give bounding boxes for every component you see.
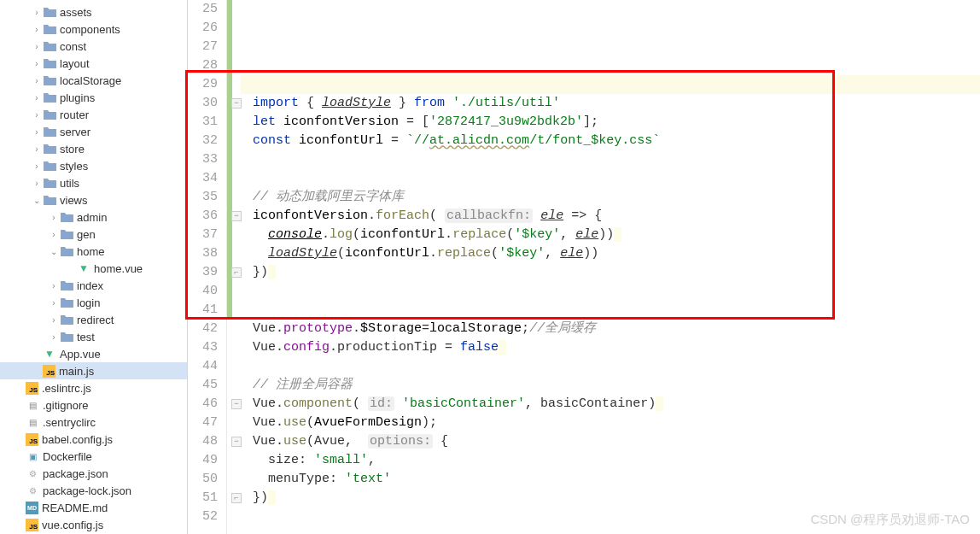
tree-item-utils[interactable]: ›utils bbox=[0, 174, 187, 191]
tree-label: .gitignore bbox=[43, 399, 88, 412]
code-line[interactable] bbox=[241, 38, 980, 56]
code-editor[interactable]: 2526272829303132333435363738394041424344… bbox=[188, 0, 980, 534]
code-line[interactable]: console.log(iconfontUrl.replace('$key', … bbox=[241, 226, 980, 244]
tree-item-home-vue[interactable]: ▼home.vue bbox=[0, 260, 187, 277]
tree-item-readme-md[interactable]: MDREADME.md bbox=[0, 499, 187, 516]
tree-item--gitignore[interactable]: ▤.gitignore bbox=[0, 396, 187, 414]
expand-arrow-icon[interactable]: › bbox=[48, 298, 60, 308]
code-line[interactable] bbox=[241, 56, 980, 75]
line-number: 51 bbox=[188, 489, 218, 508]
tree-item-babel-config-js[interactable]: JSbabel.config.js bbox=[0, 431, 187, 448]
tree-item-vue-config-js[interactable]: JSvue.config.js bbox=[0, 516, 187, 533]
line-number: 34 bbox=[188, 169, 218, 188]
expand-arrow-icon[interactable]: › bbox=[31, 8, 43, 17]
line-number: 35 bbox=[188, 188, 218, 207]
tree-item-app-vue[interactable]: ▼App.vue bbox=[0, 345, 187, 362]
line-number: 40 bbox=[188, 282, 218, 301]
expand-arrow-icon[interactable]: › bbox=[48, 332, 60, 342]
expand-arrow-icon[interactable]: › bbox=[31, 25, 43, 34]
code-line[interactable]: const iconfontUrl = `//at.alicdn.com/t/f… bbox=[241, 132, 980, 150]
tree-item-index[interactable]: ›index bbox=[0, 277, 187, 294]
line-number: 44 bbox=[188, 357, 218, 376]
tree-label: README.md bbox=[42, 502, 108, 514]
code-line[interactable] bbox=[241, 19, 980, 38]
line-number: 33 bbox=[188, 150, 218, 169]
code-line[interactable]: ⌐}) bbox=[241, 263, 980, 282]
code-line[interactable]: ⌐}) bbox=[241, 489, 980, 508]
tree-item-components[interactable]: ›components bbox=[0, 21, 187, 38]
tree-item-login[interactable]: ›login bbox=[0, 294, 187, 311]
code-line[interactable] bbox=[241, 0, 980, 19]
expand-arrow-icon[interactable]: › bbox=[48, 213, 60, 222]
expand-arrow-icon[interactable]: › bbox=[31, 110, 43, 120]
tree-item-server[interactable]: ›server bbox=[0, 123, 187, 140]
code-line[interactable]: // 动态加载阿里云字体库 bbox=[241, 188, 980, 207]
tree-item-plugins[interactable]: ›plugins bbox=[0, 89, 187, 106]
tree-item-package-lock-json[interactable]: ⚙package-lock.json bbox=[0, 482, 187, 499]
tree-item-home[interactable]: ⌄home bbox=[0, 243, 187, 260]
expand-arrow-icon[interactable]: › bbox=[31, 76, 43, 85]
code-line[interactable]: Vue.prototype.$Storage=localStorage;//全局… bbox=[241, 320, 980, 338]
fold-marker-icon[interactable]: − bbox=[231, 98, 242, 109]
code-line[interactable]: −iconfontVersion.forEach( callbackfn: el… bbox=[241, 207, 980, 226]
code-line[interactable] bbox=[241, 150, 980, 169]
code-line[interactable] bbox=[241, 357, 980, 376]
tree-item-admin[interactable]: ›admin bbox=[0, 208, 187, 226]
tree-item-main-js[interactable]: JSmain.js bbox=[0, 362, 187, 379]
tree-item-styles[interactable]: ›styles bbox=[0, 157, 187, 174]
tree-label: components bbox=[60, 23, 120, 36]
tree-item-redirect[interactable]: ›redirect bbox=[0, 311, 187, 328]
tree-item-router[interactable]: ›router bbox=[0, 106, 187, 123]
code-line[interactable] bbox=[241, 169, 980, 188]
expand-arrow-icon[interactable]: › bbox=[31, 93, 43, 103]
code-line[interactable]: // 注册全局容器 bbox=[241, 376, 980, 395]
code-line[interactable]: −Vue.use(Avue, options: { bbox=[241, 432, 980, 451]
tree-item-views[interactable]: ⌄views bbox=[0, 191, 187, 208]
tree-label: server bbox=[60, 126, 90, 138]
project-tree[interactable]: ›assets›components›const›layout›localSto… bbox=[0, 0, 188, 534]
tree-item-layout[interactable]: ›layout bbox=[0, 55, 187, 72]
code-line[interactable]: let iconfontVersion = ['2872417_3u9w2bdk… bbox=[241, 113, 980, 132]
tree-item-localstorage[interactable]: ›localStorage bbox=[0, 72, 187, 89]
tree-item-test[interactable]: ›test bbox=[0, 328, 187, 345]
expand-arrow-icon[interactable]: › bbox=[31, 42, 43, 51]
code-line[interactable]: menuType: 'text' bbox=[241, 470, 980, 489]
expand-arrow-icon[interactable]: ⌄ bbox=[31, 196, 43, 205]
tree-item--sentryclirc[interactable]: ▤.sentryclirc bbox=[0, 414, 187, 431]
code-line[interactable]: size: 'small', bbox=[241, 451, 980, 470]
code-line[interactable]: loadStyle(iconfontUrl.replace('$key', el… bbox=[241, 244, 980, 263]
tree-item-gen[interactable]: ›gen bbox=[0, 226, 187, 243]
tree-item-assets[interactable]: ›assets bbox=[0, 3, 187, 21]
expand-arrow-icon[interactable]: › bbox=[31, 127, 43, 137]
tree-item-dockerfile[interactable]: ▣Dockerfile bbox=[0, 448, 187, 465]
fold-close-icon[interactable]: ⌐ bbox=[231, 267, 242, 278]
fold-marker-icon[interactable]: − bbox=[231, 437, 242, 447]
fold-marker-icon[interactable]: − bbox=[231, 211, 242, 221]
tree-item--eslintrc-js[interactable]: JS.eslintrc.js bbox=[0, 379, 187, 396]
code-line[interactable] bbox=[241, 75, 980, 94]
expand-arrow-icon[interactable]: › bbox=[31, 59, 43, 68]
tree-item-const[interactable]: ›const bbox=[0, 38, 187, 55]
code-line[interactable]: Vue.use(AvueFormDesign); bbox=[241, 414, 980, 432]
code-line[interactable]: Vue.config.productionTip = false bbox=[241, 338, 980, 357]
tree-label: vue.config.js bbox=[42, 519, 103, 531]
expand-arrow-icon[interactable]: ⌄ bbox=[48, 247, 60, 256]
code-line[interactable] bbox=[241, 301, 980, 320]
code-line[interactable]: −Vue.component( id: 'basicContainer', ba… bbox=[241, 395, 980, 414]
tree-item-package-json[interactable]: ⚙package.json bbox=[0, 465, 187, 482]
tree-item-store[interactable]: ›store bbox=[0, 140, 187, 157]
fold-close-icon[interactable]: ⌐ bbox=[231, 493, 242, 503]
expand-arrow-icon[interactable]: › bbox=[31, 179, 43, 188]
expand-arrow-icon[interactable]: › bbox=[48, 281, 60, 290]
code-area[interactable]: −import { loadStyle } from './utils/util… bbox=[232, 0, 980, 534]
expand-arrow-icon[interactable]: › bbox=[31, 161, 43, 171]
tree-label: redirect bbox=[77, 314, 114, 326]
code-line[interactable]: −import { loadStyle } from './utils/util… bbox=[241, 94, 980, 113]
code-line[interactable] bbox=[241, 282, 980, 301]
expand-arrow-icon[interactable]: › bbox=[48, 230, 60, 239]
tree-label: package.json bbox=[43, 467, 108, 480]
fold-marker-icon[interactable]: − bbox=[231, 399, 242, 409]
tree-label: home bbox=[77, 245, 105, 258]
expand-arrow-icon[interactable]: › bbox=[48, 315, 60, 325]
expand-arrow-icon[interactable]: › bbox=[31, 144, 43, 154]
